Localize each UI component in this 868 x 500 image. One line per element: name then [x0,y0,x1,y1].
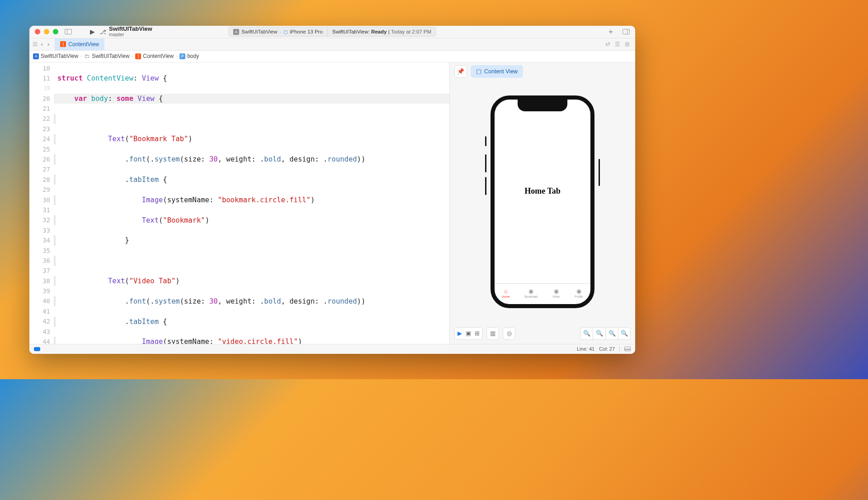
nav-forward-button[interactable]: › [46,39,51,49]
editor-tabbar: ⌘⃞ ‹ › ⟆ ContentView ⇄ ☰ ⊞ [29,38,635,51]
phone-tab-home: ⌂Home [502,288,509,298]
zoom-controls: 🔍 🔍 🔍 🔍 [580,327,631,340]
pin-preview-button[interactable]: 📌 [454,65,467,78]
phone-preview: Home Tab ⌂Home ◉Bookmark ◉Video ◉Profile [491,95,594,308]
nav-back-button[interactable]: ‹ [39,39,45,49]
window-controls [35,29,58,34]
editor-options: ⇄ ☰ ⊞ [605,41,633,48]
project-name: SwiftUITabView [109,26,152,32]
toggle-debug-area-button[interactable] [624,347,631,351]
variants-preview-icon: ⊞ [475,330,480,337]
toggle-inspectors-button[interactable] [623,29,630,34]
folder-icon: 🗀 [84,53,90,59]
crumb-project[interactable]: ASwiftUITabView [32,52,79,60]
source-control-icon: ⎇ [99,29,106,35]
jump-bar[interactable]: ASwiftUITabView › 🗀SwiftUITabView › ⟆Con… [29,51,635,62]
chevron-right-icon: › [132,54,133,58]
phone-tab-video: ◉Video [552,288,560,298]
canvas-bottom-toolbar: ▶ ▣ ⊞ ▥ ◎ 🔍 🔍 🔍 🔍 [450,323,635,344]
zoom-in-button[interactable]: 🔍 [618,327,631,340]
preview-selector-button[interactable]: ▢ Content View [471,65,523,78]
phone-tabbar: ⌂Home ◉Bookmark ◉Video ◉Profile [495,283,590,304]
status-sep: | [388,29,390,34]
close-window-button[interactable] [35,29,40,34]
live-preview-icon: ▶ [458,330,462,337]
phone-volume-down [485,177,486,195]
library-button[interactable]: ＋ [607,27,614,37]
activity-viewer[interactable]: A SwiftUITabView › ▢ iPhone 13 Pro Swift… [228,27,436,37]
phone-tab-bookmark: ◉Bookmark [524,288,538,298]
chevron-right-icon: › [176,54,177,58]
related-items-button[interactable]: ⌘⃞ [31,39,39,49]
canvas-area[interactable]: Home Tab ⌂Home ◉Bookmark ◉Video ◉Profile [450,81,635,323]
phone-tab-profile: ◉Profile [575,288,583,298]
adjust-editor-button[interactable]: ☰ [615,41,620,48]
bookmark-circle-fill-icon: ◉ [528,288,533,295]
video-circle-fill-icon: ◉ [554,288,559,295]
phone-volume-up [485,154,486,172]
crumb-file[interactable]: ⟆ContentView [134,52,175,60]
person-crop-circle-icon: ◉ [576,288,581,295]
selectable-preview-icon: ▣ [466,330,471,337]
cursor-line: Line: 41 [577,346,594,352]
preview-settings-button[interactable]: ◎ [503,327,515,340]
run-button[interactable]: ▶ [90,28,95,35]
status-ready: Ready [371,29,387,34]
source-editor[interactable]: 10 11 19 20 21 22 23 24 25 26 27 28 29 3… [29,62,449,344]
statusbar-separator [619,346,620,352]
status-time: Today at 2:07 PM [391,29,432,34]
tab-label: ContentView [68,41,99,48]
device-icon: ▢ [283,29,288,34]
device-settings-button[interactable]: ▥ [486,327,499,340]
activity-indicator[interactable] [34,347,40,351]
add-editor-button[interactable]: ⊞ [625,41,630,48]
phone-side-button [599,159,600,186]
device-name: iPhone 13 Pro [290,29,323,34]
app-icon: A [233,29,239,35]
minimize-window-button[interactable] [44,29,49,34]
code-review-button[interactable]: ⇄ [605,41,610,48]
zoom-out-button[interactable]: 🔍 [580,327,593,340]
status-project: SwiftUITabView: [332,29,370,34]
line-gutter: 10 11 19 20 21 22 23 24 25 26 27 28 29 3… [29,62,54,344]
cursor-col: Col: 27 [599,346,615,352]
preview-mode-group[interactable]: ▶ ▣ ⊞ [454,327,483,340]
swift-file-icon: ⟆ [60,41,66,47]
canvas-toolbar: 📌 ▢ Content View [450,62,635,81]
status-segment: SwiftUITabView: Ready | Today at 2:07 PM [328,27,436,36]
crumb-folder[interactable]: 🗀SwiftUITabView [83,52,130,60]
project-icon: A [33,53,39,59]
titlebar: ▶ ⎇ SwiftUITabView master A SwiftUITabVi… [29,26,635,38]
zoom-actual-button[interactable]: 🔍 [605,327,618,340]
preview-device-icon: ▢ [476,68,481,75]
xcode-window: ▶ ⎇ SwiftUITabView master A SwiftUITabVi… [29,26,635,354]
scheme-selector[interactable]: SwiftUITabView master [109,26,152,37]
branch-name: master [109,32,152,38]
toggle-navigator-button[interactable] [65,29,72,34]
canvas-panel: 📌 ▢ Content View Home Tab [450,62,635,344]
code-text[interactable]: struct ContentView: View { var body: som… [54,62,449,344]
scheme-name: SwiftUITabView [241,29,278,34]
zoom-window-button[interactable] [53,29,58,34]
preview-selector-label: Content View [484,68,518,75]
titlebar-right: ＋ [607,27,630,37]
phone-silence-switch [485,136,486,146]
editor-body: 10 11 19 20 21 22 23 24 25 26 27 28 29 3… [29,62,635,344]
swift-file-icon: ⟆ [135,53,141,59]
property-icon: P [179,53,185,59]
house-fill-icon: ⌂ [504,288,508,295]
crumb-symbol[interactable]: Pbody [179,52,200,60]
tab-contentview[interactable]: ⟆ ContentView [55,38,104,50]
chevron-right-icon: › [280,29,281,34]
scheme-segment[interactable]: A SwiftUITabView › ▢ iPhone 13 Pro [229,27,328,36]
phone-content-label: Home Tab [495,100,590,283]
zoom-fit-button[interactable]: 🔍 [593,327,605,340]
chevron-right-icon: › [80,54,82,58]
statusbar: Line: 41 Col: 27 [29,344,635,354]
